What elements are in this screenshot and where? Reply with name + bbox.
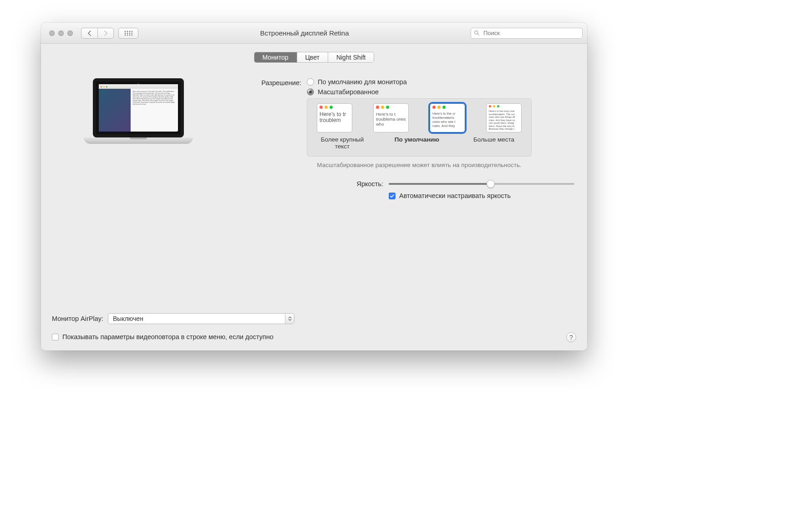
resolution-scaled-label: Масштабированное — [318, 88, 379, 96]
auto-brightness-label: Автоматически настраивать яркость — [399, 192, 511, 199]
svg-point-6 — [129, 32, 131, 34]
scale-option-larger-text[interactable]: Here's to tr troublem — [313, 103, 356, 132]
tab-bar: Монитор Цвет Night Shift — [41, 52, 587, 63]
thumb-text: Here's to t troublema ones who — [374, 110, 408, 132]
brightness-label: Яркость: — [307, 180, 389, 188]
scale-option-medium[interactable]: Here's to t troublema ones who — [369, 103, 413, 132]
svg-point-1 — [127, 30, 128, 32]
svg-point-10 — [129, 34, 131, 36]
tab-color[interactable]: Цвет — [297, 52, 328, 62]
checkbox-icon — [52, 334, 59, 340]
display-preview: Here's to the crazy ones. The misfits. T… — [52, 78, 225, 204]
svg-line-13 — [477, 34, 479, 35]
close-icon[interactable] — [49, 30, 55, 36]
resolution-scaled-radio[interactable]: Масштабированное — [307, 88, 576, 96]
scale-default-label: По умолчанию — [381, 136, 453, 150]
tab-night-shift[interactable]: Night Shift — [328, 52, 374, 62]
svg-point-11 — [132, 34, 132, 36]
search-field[interactable] — [471, 28, 583, 39]
search-icon — [474, 30, 480, 36]
svg-point-8 — [125, 34, 126, 36]
svg-point-5 — [127, 32, 128, 34]
laptop-illustration: Here's to the crazy ones. The misfits. T… — [84, 78, 193, 204]
thumb-text: Here's to the cr troublemakers. ones who… — [430, 110, 465, 132]
minimize-icon[interactable] — [58, 30, 64, 36]
svg-point-3 — [132, 30, 132, 32]
back-button[interactable] — [81, 28, 97, 39]
show-mirroring-label: Показывать параметры видеоповтора в стро… — [62, 333, 274, 340]
window-title: Встроенный дисплей Retina — [138, 29, 471, 37]
svg-point-7 — [132, 32, 132, 34]
chevron-left-icon — [87, 30, 92, 36]
checkbox-checked-icon — [389, 193, 396, 199]
window-controls — [49, 30, 73, 36]
grid-icon — [124, 30, 132, 36]
auto-brightness-checkbox[interactable]: Автоматически настраивать яркость — [389, 192, 576, 199]
forward-button[interactable] — [97, 28, 114, 39]
show-mirroring-checkbox[interactable]: Показывать параметры видеоповтора в стро… — [52, 333, 576, 340]
chevron-right-icon — [103, 30, 108, 36]
scale-larger-text-label: Более крупный текст — [313, 136, 372, 150]
scale-option-default[interactable]: Here's to the cr troublemakers. ones who… — [426, 103, 469, 132]
nav-buttons — [81, 28, 114, 39]
resolution-default-label: По умолчанию для монитора — [318, 78, 407, 86]
scale-option-more-space[interactable]: Here's to the crazy one troublemakers. T… — [482, 103, 526, 132]
svg-point-4 — [125, 32, 126, 34]
zoom-icon[interactable] — [67, 30, 73, 36]
airplay-value: Выключен — [108, 315, 285, 322]
svg-point-9 — [127, 34, 128, 36]
resolution-default-radio[interactable]: По умолчанию для монитора — [307, 78, 576, 86]
title-bar: Встроенный дисплей Retina — [41, 23, 587, 44]
scale-more-space-label: Больше места — [462, 136, 526, 150]
scaled-resolution-warning: Масштабированное разрешение может влиять… — [307, 161, 532, 169]
stepper-arrows-icon — [285, 314, 294, 324]
airplay-dropdown[interactable]: Выключен — [108, 313, 294, 324]
thumb-text: Here's to the crazy one troublemakers. T… — [487, 108, 521, 132]
prefs-window: Встроенный дисплей Retina Монитор Цвет N… — [41, 23, 587, 351]
brightness-slider[interactable] — [389, 183, 574, 185]
tab-monitor[interactable]: Монитор — [254, 52, 297, 62]
svg-point-2 — [129, 30, 131, 32]
help-button[interactable]: ? — [566, 332, 576, 342]
thumb-text: Here's to tr troublem — [317, 110, 352, 132]
resolution-label: Разрешение: — [225, 78, 307, 86]
svg-point-0 — [125, 30, 126, 32]
radio-checked-icon — [307, 88, 314, 96]
airplay-label: Монитор AirPlay: — [52, 315, 103, 322]
radio-icon — [307, 78, 314, 86]
scaled-resolution-panel: Here's to tr troublem Here's to t troubl… — [307, 98, 532, 157]
search-input[interactable] — [482, 29, 579, 37]
show-all-button[interactable] — [118, 28, 138, 39]
